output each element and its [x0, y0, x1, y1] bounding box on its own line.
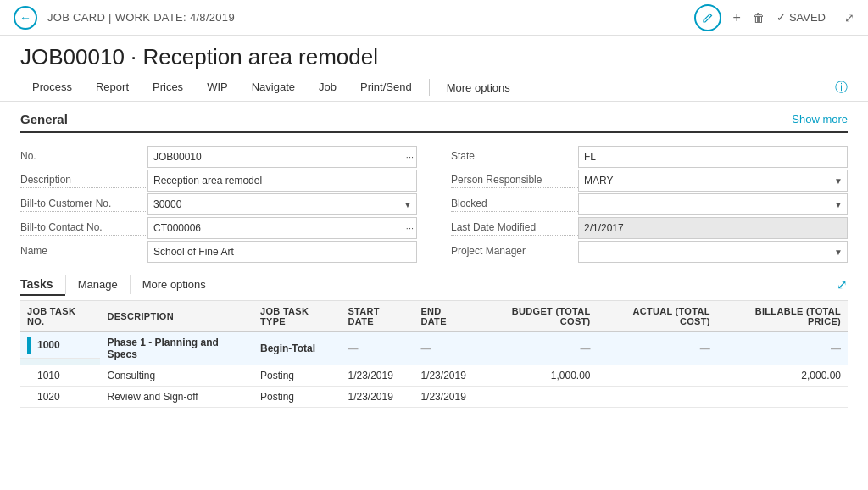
- cell-job-task-type: Begin-Total: [253, 332, 341, 365]
- tasks-more-options[interactable]: More options: [130, 275, 218, 294]
- label-person-responsible: Person Responsible: [451, 174, 578, 188]
- tab-printsend[interactable]: Print/Send: [348, 74, 424, 102]
- tab-prices[interactable]: Prices: [141, 74, 195, 102]
- cell-actual: [598, 387, 717, 408]
- label-project-manager: Project Manager: [451, 245, 578, 259]
- label-blocked: Blocked: [451, 198, 578, 212]
- input-description-wrap: [147, 170, 417, 192]
- tab-process[interactable]: Process: [20, 74, 84, 102]
- label-description: Description: [20, 174, 147, 188]
- table-header-row: JOB TASK NO. DESCRIPTION JOB TASK TYPE S…: [20, 301, 848, 332]
- info-icon[interactable]: ⓘ: [835, 80, 848, 96]
- nav-tabs: Process Report Prices WIP Navigate Job P…: [0, 74, 868, 102]
- table-row[interactable]: 1000 Phase 1 - Planning and Specs Begin-…: [20, 332, 848, 365]
- cell-end-date: 1/23/2019: [414, 387, 476, 408]
- add-button[interactable]: +: [733, 10, 741, 25]
- select-person-responsible[interactable]: MARY: [578, 170, 848, 192]
- field-description: Description: [20, 169, 417, 192]
- header-bar: ← JOB CARD | WORK DATE: 4/8/2019 + 🗑 ✓ S…: [0, 0, 868, 36]
- col-end-date: END DATE: [414, 301, 476, 332]
- input-name-wrap: [147, 241, 417, 263]
- form-grid: No. ··· Description Bill-to Customer No.…: [20, 145, 848, 264]
- tab-report[interactable]: Report: [84, 74, 141, 102]
- nav-more-options[interactable]: More options: [435, 75, 522, 101]
- tab-job[interactable]: Job: [307, 74, 348, 102]
- input-no-wrap: ···: [147, 146, 417, 168]
- cell-actual: —: [598, 365, 717, 387]
- input-person-responsible-wrap: MARY ▼: [578, 170, 848, 192]
- show-more-button[interactable]: Show more: [792, 113, 848, 125]
- col-start-date: START DATE: [341, 301, 414, 332]
- col-job-task-type: JOB TASK TYPE: [253, 301, 341, 332]
- input-state[interactable]: [578, 146, 848, 168]
- page-title: JOB00010 · Reception area remodel: [20, 44, 848, 70]
- tab-wip[interactable]: WIP: [195, 74, 240, 102]
- col-job-task-no: JOB TASK NO.: [20, 301, 100, 332]
- input-project-manager-wrap: ▼: [578, 241, 848, 263]
- col-billable-total-price: BILLABLE (TOTAL PRICE): [717, 301, 848, 332]
- task-number: 1000: [37, 339, 60, 351]
- cell-task-no: 1000: [20, 332, 100, 359]
- cell-job-task-type: Posting: [253, 365, 341, 387]
- cell-task-no: 1020: [20, 387, 100, 408]
- input-last-date-modified-wrap: [578, 217, 848, 239]
- delete-button[interactable]: 🗑: [753, 11, 765, 25]
- field-project-manager: Project Manager ▼: [451, 240, 848, 264]
- cell-job-task-type: Posting: [253, 387, 341, 408]
- edit-button[interactable]: [694, 4, 721, 31]
- field-person-responsible: Person Responsible MARY ▼: [451, 169, 848, 192]
- label-last-date-modified: Last Date Modified: [451, 221, 578, 236]
- label-state: State: [451, 150, 578, 164]
- cell-description: Phase 1 - Planning and Specs: [100, 332, 253, 365]
- cell-description: Review and Sign-off: [100, 387, 253, 408]
- nav-divider: [429, 79, 430, 96]
- page-title-area: JOB00010 · Reception area remodel: [0, 36, 868, 74]
- label-name: Name: [20, 245, 147, 259]
- cell-task-no: 1010: [20, 365, 100, 387]
- tab-navigate[interactable]: Navigate: [240, 74, 307, 102]
- select-bill-to-customer[interactable]: 30000: [147, 193, 417, 215]
- label-bill-to-customer: Bill-to Customer No.: [20, 198, 147, 212]
- header-title: JOB CARD | WORK DATE: 4/8/2019: [47, 11, 694, 24]
- col-actual-total-cost: ACTUAL (TOTAL COST): [598, 301, 717, 332]
- no-dots-icon[interactable]: ···: [406, 152, 414, 162]
- field-name: Name: [20, 240, 417, 264]
- general-section: General Show more No. ··· Description: [0, 102, 868, 274]
- cell-end-date: 1/23/2019: [414, 365, 476, 387]
- field-blocked: Blocked ▼: [451, 192, 848, 216]
- contact-dots-icon[interactable]: ···: [406, 223, 414, 233]
- cell-start-date: —: [341, 332, 414, 365]
- section-header: General Show more: [20, 112, 848, 133]
- back-button[interactable]: ←: [14, 6, 37, 30]
- select-project-manager[interactable]: [578, 241, 848, 263]
- input-bill-to-contact[interactable]: [147, 217, 417, 239]
- col-budget-total-cost: BUDGET (TOTAL COST): [476, 301, 598, 332]
- expand-icon[interactable]: ⤢: [844, 11, 854, 25]
- field-bill-to-customer: Bill-to Customer No. 30000 ▼: [20, 192, 417, 216]
- field-bill-to-contact: Bill-to Contact No. ···: [20, 216, 417, 240]
- tasks-expand-icon[interactable]: ⤢: [837, 277, 848, 292]
- input-description[interactable]: [147, 170, 417, 192]
- input-state-wrap: [578, 146, 848, 168]
- cell-actual: —: [598, 332, 717, 365]
- cell-billable: 2,000.00: [717, 365, 848, 387]
- tasks-tab[interactable]: Tasks: [20, 274, 65, 296]
- input-blocked-wrap: ▼: [578, 193, 848, 215]
- tasks-section: Tasks Manage More options ⤢ JOB TASK NO.…: [0, 274, 868, 408]
- form-right-column: State Person Responsible MARY ▼ Blocked: [451, 145, 848, 264]
- input-bill-to-contact-wrap: ···: [147, 217, 417, 239]
- tasks-manage[interactable]: Manage: [65, 275, 130, 294]
- cell-start-date: 1/23/2019: [341, 365, 414, 387]
- cell-billable: [717, 387, 848, 408]
- field-last-date-modified: Last Date Modified: [451, 216, 848, 240]
- input-no[interactable]: [147, 146, 417, 168]
- field-no: No. ···: [20, 145, 417, 169]
- saved-status: ✓ SAVED: [776, 11, 826, 24]
- general-section-title: General: [20, 112, 68, 126]
- cell-budget: 1,000.00: [476, 365, 598, 387]
- table-row[interactable]: 1010 Consulting Posting 1/23/2019 1/23/2…: [20, 365, 848, 387]
- table-row[interactable]: 1020 Review and Sign-off Posting 1/23/20…: [20, 387, 848, 408]
- input-name[interactable]: [147, 241, 417, 263]
- select-blocked[interactable]: [578, 193, 848, 215]
- col-description: DESCRIPTION: [100, 301, 253, 332]
